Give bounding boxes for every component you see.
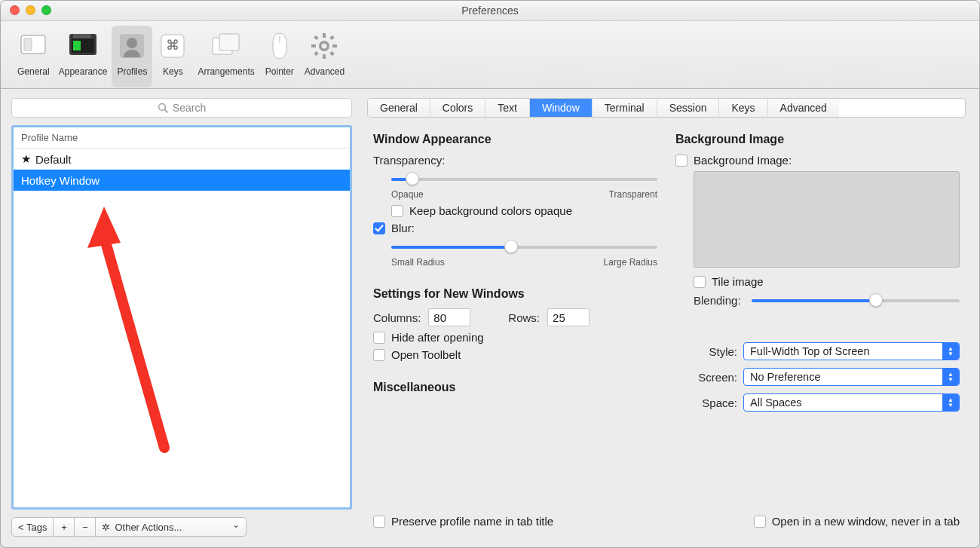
svg-rect-1: [24, 38, 32, 51]
toolbar-advanced[interactable]: Advanced: [300, 26, 349, 87]
gear-icon: [308, 30, 340, 62]
gear-icon: ✲: [102, 522, 110, 533]
keys-icon: ⌘: [157, 30, 188, 62]
tab-label: Text: [498, 102, 517, 114]
tab-general[interactable]: General: [368, 99, 430, 117]
svg-rect-14: [323, 33, 326, 38]
annotation-arrow: [81, 207, 187, 463]
open-toolbelt-label: Open Toolbelt: [391, 348, 461, 361]
rows-label: Rows:: [508, 311, 540, 324]
settings-right-column: Background Image Background Image: Tile …: [675, 128, 960, 512]
transparency-label: Transparency:: [373, 154, 657, 167]
hide-after-opening-checkbox[interactable]: [373, 332, 385, 344]
keep-bg-opaque-checkbox[interactable]: [391, 205, 403, 217]
svg-rect-19: [330, 51, 335, 56]
svg-rect-21: [314, 51, 319, 56]
space-value: All Spaces: [750, 396, 802, 409]
svg-marker-26: [87, 207, 121, 248]
profile-settings-panel: General Colors Text Window Terminal Sess…: [364, 98, 969, 537]
toolbar-profiles-label: Profiles: [117, 66, 147, 77]
other-actions-dropdown[interactable]: ✲ Other Actions... ⌄: [96, 517, 247, 537]
blur-checkbox[interactable]: [373, 222, 385, 234]
blur-label: Blur:: [391, 222, 415, 234]
open-new-window-checkbox[interactable]: [754, 516, 766, 528]
tab-text[interactable]: Text: [485, 99, 530, 117]
space-label: Space:: [675, 396, 737, 409]
toolbar-pointer-label: Pointer: [265, 66, 294, 77]
profile-list-controls: < Tags + − ✲ Other Actions... ⌄: [11, 517, 352, 537]
search-icon: [158, 103, 168, 113]
toolbar-keys-label: Keys: [163, 66, 183, 77]
tags-button-label: < Tags: [18, 522, 47, 533]
tab-label: Advanced: [780, 102, 827, 114]
open-toolbelt-checkbox[interactable]: [373, 349, 385, 361]
rows-input[interactable]: 25: [547, 308, 590, 326]
transparency-slider[interactable]: [391, 171, 657, 186]
general-icon: [17, 30, 49, 62]
preserve-name-label: Preserve profile name in tab title: [391, 515, 553, 528]
style-select[interactable]: Full-Width Top of Screen ▲▼: [743, 342, 960, 360]
screen-label: Screen:: [675, 371, 737, 384]
svg-point-22: [322, 44, 327, 49]
profile-row-hotkey-window[interactable]: Hotkey Window: [14, 170, 350, 191]
svg-point-7: [127, 38, 137, 48]
tab-keys[interactable]: Keys: [719, 99, 767, 117]
tab-advanced[interactable]: Advanced: [768, 99, 839, 117]
toolbar-appearance-label: Appearance: [59, 66, 108, 77]
toolbar-arrangements[interactable]: Arrangements: [193, 26, 259, 87]
tab-session[interactable]: Session: [657, 99, 720, 117]
svg-rect-15: [323, 54, 326, 59]
zoom-window-button[interactable]: [41, 5, 51, 15]
remove-profile-button[interactable]: −: [75, 517, 96, 537]
tile-image-checkbox[interactable]: [694, 276, 706, 288]
other-actions-label: Other Actions...: [115, 522, 182, 533]
toolbar-profiles[interactable]: Profiles: [112, 26, 152, 87]
plus-icon: +: [61, 522, 67, 533]
toolbar-pointer[interactable]: Pointer: [259, 26, 300, 87]
tab-colors[interactable]: Colors: [430, 99, 485, 117]
profile-row-default[interactable]: ★ Default: [14, 148, 350, 170]
columns-value: 80: [433, 311, 446, 324]
svg-line-25: [104, 237, 164, 448]
transparency-min-label: Opaque: [391, 189, 424, 200]
keep-bg-opaque-label: Keep background colors opaque: [409, 204, 572, 217]
tags-button[interactable]: < Tags: [11, 517, 54, 537]
toolbar-general[interactable]: General: [13, 26, 54, 87]
star-icon: ★: [21, 152, 31, 166]
tab-label: Session: [669, 102, 707, 114]
blur-max-label: Large Radius: [604, 257, 657, 268]
settings-left-column: Window Appearance Transparency: Opaque T…: [373, 128, 657, 512]
tab-window[interactable]: Window: [530, 99, 593, 117]
close-window-button[interactable]: [10, 5, 20, 15]
blur-slider[interactable]: [391, 239, 657, 254]
rows-value: 25: [553, 311, 565, 324]
profile-list: Profile Name ★ Default Hotkey Window: [11, 125, 352, 510]
preserve-name-checkbox[interactable]: [373, 516, 385, 528]
toolbar-appearance[interactable]: Appearance: [54, 26, 112, 87]
search-input[interactable]: Search: [11, 98, 352, 118]
tab-label: Window: [542, 102, 580, 114]
columns-label: Columns:: [373, 311, 421, 324]
columns-input[interactable]: 80: [428, 308, 470, 326]
profile-row-label: Hotkey Window: [21, 174, 100, 187]
background-image-checkbox[interactable]: [675, 155, 688, 167]
svg-rect-5: [73, 34, 91, 38]
pref-toolbar: General Appearance Profiles ⌘ Keys Arran…: [1, 21, 979, 89]
space-select[interactable]: All Spaces ▲▼: [743, 393, 960, 412]
blur-range-labels: Small Radius Large Radius: [391, 257, 657, 268]
background-image-well[interactable]: [694, 171, 960, 268]
toolbar-advanced-label: Advanced: [305, 66, 345, 77]
svg-rect-17: [332, 44, 337, 47]
screen-select[interactable]: No Preference ▲▼: [743, 368, 960, 386]
tab-label: Colors: [443, 102, 473, 114]
background-image-label: Background Image:: [694, 154, 792, 167]
minimize-window-button[interactable]: [26, 5, 35, 15]
blending-slider[interactable]: [752, 292, 960, 308]
tab-terminal[interactable]: Terminal: [593, 99, 657, 117]
toolbar-keys[interactable]: ⌘ Keys: [152, 26, 193, 87]
screen-value: No Preference: [750, 371, 821, 383]
window-tab-panel: Window Appearance Transparency: Opaque T…: [367, 118, 966, 512]
preferences-window: Preferences General Appearance Profiles …: [0, 0, 980, 548]
minus-icon: −: [82, 522, 88, 533]
add-profile-button[interactable]: +: [54, 517, 75, 537]
